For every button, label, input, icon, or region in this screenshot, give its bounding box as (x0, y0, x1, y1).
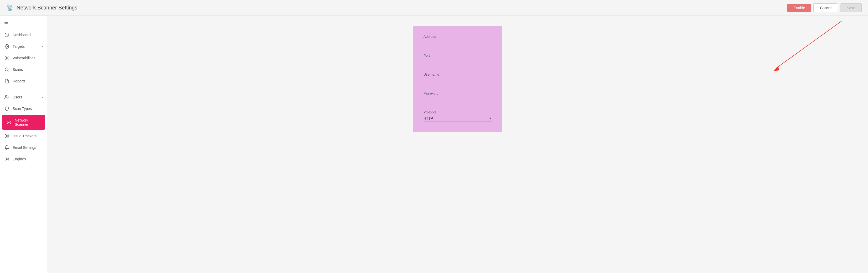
sidebar-label-dashboard: Dashboard (12, 33, 31, 37)
sidebar-item-users[interactable]: Users › (0, 91, 47, 103)
sidebar-label-vulnerabilities: Vulnerabilities (12, 56, 35, 60)
sidebar-item-scan-types[interactable]: Scan Types (0, 103, 47, 114)
users-icon (4, 95, 9, 100)
protocol-label: Protocol (424, 110, 492, 114)
sidebar-item-reports[interactable]: Reports (0, 75, 47, 87)
svg-point-2 (6, 46, 8, 47)
protocol-select-wrapper: HTTP HTTPS FTP SSH ▼ (424, 115, 492, 122)
sidebar: ☰ Dashboard Targets › Vulnerabilities (0, 16, 47, 273)
users-chevron-icon: › (42, 95, 43, 99)
sidebar-item-scans[interactable]: Scans (0, 64, 47, 75)
sidebar-item-email-settings[interactable]: Email Settings (0, 142, 47, 153)
sidebar-item-targets[interactable]: Targets › (0, 41, 47, 52)
enable-button[interactable]: Enable (787, 4, 811, 12)
svg-line-9 (8, 70, 8, 71)
sidebar-item-network-scanner[interactable]: Network Scanner (2, 115, 45, 130)
svg-point-7 (6, 58, 8, 59)
top-bar: 📡 Network Scanner Settings Enable Cancel… (0, 0, 868, 16)
menu-toggle-button[interactable]: ☰ (0, 16, 47, 29)
network-scanner-form: Address Port Username Password Protocol (413, 26, 502, 132)
save-button: Save (840, 3, 862, 12)
targets-icon (4, 44, 9, 49)
top-bar-left: 📡 Network Scanner Settings (6, 4, 77, 11)
svg-marker-16 (773, 66, 779, 71)
username-input[interactable] (424, 77, 492, 84)
svg-point-14 (6, 159, 8, 160)
sidebar-label-engines: Engines (12, 157, 26, 161)
engines-icon (4, 157, 9, 162)
port-label: Port (424, 54, 492, 58)
network-scanner-nav-icon (6, 120, 11, 125)
svg-point-8 (5, 68, 8, 71)
main-layout: ☰ Dashboard Targets › Vulnerabilities (0, 16, 868, 273)
svg-point-11 (9, 122, 9, 123)
issue-trackers-icon (4, 133, 9, 139)
sidebar-item-vulnerabilities[interactable]: Vulnerabilities (0, 52, 47, 64)
sidebar-label-email-settings: Email Settings (12, 145, 36, 149)
port-field-container: Port (424, 54, 492, 65)
reports-icon (4, 78, 9, 84)
svg-point-10 (5, 95, 7, 97)
cancel-button[interactable]: Cancel (813, 3, 838, 12)
dashboard-icon (4, 32, 9, 38)
password-label: Password (424, 91, 492, 95)
targets-chevron-icon: › (42, 45, 43, 48)
protocol-chevron-down-icon: ▼ (489, 116, 492, 120)
sidebar-label-reports: Reports (12, 79, 26, 83)
username-field-container: Username (424, 72, 492, 84)
port-input[interactable] (424, 59, 492, 65)
content-area: Address Port Username Password Protocol (47, 16, 868, 273)
sidebar-label-scan-types: Scan Types (12, 107, 32, 111)
sidebar-label-targets: Targets (12, 44, 25, 48)
network-scanner-icon: 📡 (6, 4, 13, 11)
vulnerabilities-icon (4, 56, 9, 61)
sidebar-label-network-scanner: Network Scanner (15, 118, 41, 127)
scans-icon (4, 67, 9, 72)
password-field-container: Password (424, 91, 492, 103)
protocol-select[interactable]: HTTP HTTPS FTP SSH (424, 116, 489, 121)
hamburger-icon: ☰ (4, 20, 8, 25)
sidebar-item-engines[interactable]: Engines (0, 153, 47, 165)
address-label: Address (424, 35, 492, 39)
protocol-field-container: Protocol HTTP HTTPS FTP SSH ▼ (424, 110, 492, 122)
sidebar-divider-1 (0, 89, 47, 89)
sidebar-label-scans: Scans (12, 67, 23, 72)
address-field-container: Address (424, 35, 492, 46)
svg-line-15 (776, 21, 842, 68)
address-input[interactable] (424, 40, 492, 46)
email-settings-icon (4, 145, 9, 150)
top-bar-actions: Enable Cancel Save (787, 3, 862, 12)
sidebar-item-dashboard[interactable]: Dashboard (0, 29, 47, 41)
sidebar-item-issue-trackers[interactable]: Issue Trackers (0, 130, 47, 142)
scan-types-icon (4, 106, 9, 111)
svg-point-13 (6, 135, 8, 137)
svg-point-12 (5, 134, 9, 138)
arrow-annotation (742, 19, 847, 76)
username-label: Username (424, 72, 492, 76)
password-input[interactable] (424, 96, 492, 103)
sidebar-label-issue-trackers: Issue Trackers (12, 134, 36, 138)
sidebar-label-users: Users (12, 95, 22, 99)
page-title: Network Scanner Settings (17, 5, 77, 11)
